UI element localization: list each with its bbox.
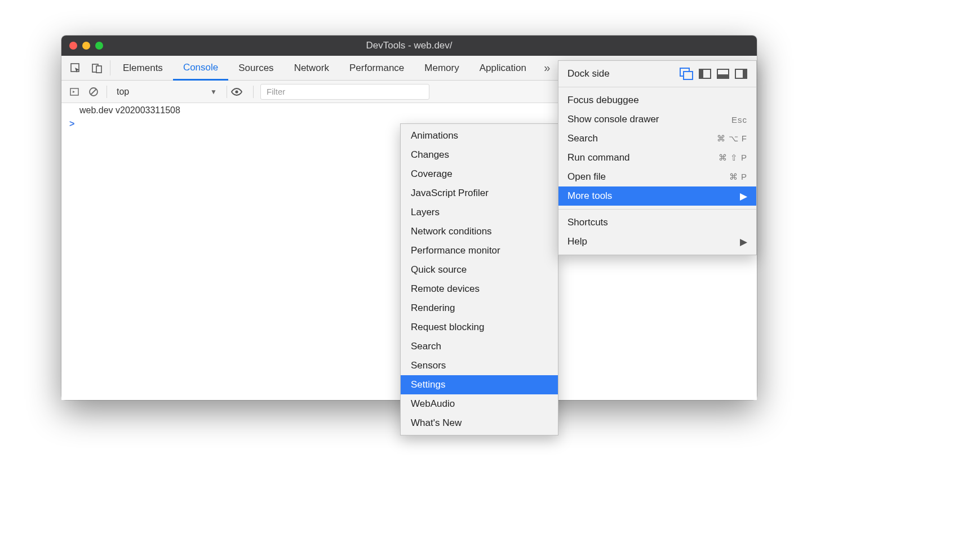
menu-item-label: Run command — [567, 152, 630, 163]
console-sidebar-toggle-icon[interactable] — [65, 87, 84, 97]
separator — [227, 86, 227, 98]
dock-right-icon[interactable] — [735, 69, 747, 79]
submenu-arrow-icon: ▶ — [740, 190, 747, 202]
dock-left-icon[interactable] — [699, 69, 711, 79]
menu-item-label: Help — [567, 236, 587, 247]
menu-item-focus-debuggee[interactable]: Focus debuggee — [558, 91, 756, 110]
svg-rect-2 — [96, 66, 101, 73]
window-title: DevTools - web.dev/ — [61, 40, 757, 51]
dock-side-label: Dock side — [567, 68, 610, 79]
separator — [110, 60, 110, 75]
menu-item-shortcuts[interactable]: Shortcuts — [558, 213, 756, 232]
dock-side-options — [681, 69, 747, 79]
submenu-item-changes[interactable]: Changes — [401, 145, 558, 165]
submenu-item-sensors[interactable]: Sensors — [401, 356, 558, 375]
more-tools-submenu: AnimationsChangesCoverageJavaScript Prof… — [400, 123, 558, 435]
dock-undock-icon[interactable] — [681, 69, 693, 79]
menu-item-show-console-drawer[interactable]: Show console drawerEsc — [558, 110, 756, 129]
traffic-lights — [69, 42, 103, 50]
submenu-item-webaudio[interactable]: WebAudio — [401, 394, 558, 414]
chevron-down-icon: ▼ — [210, 88, 217, 96]
zoom-window-button[interactable] — [95, 42, 103, 50]
submenu-item-remote-devices[interactable]: Remote devices — [401, 279, 558, 299]
submenu-item-animations[interactable]: Animations — [401, 126, 558, 145]
clear-console-icon[interactable] — [84, 87, 103, 97]
tab-application[interactable]: Application — [469, 56, 536, 80]
submenu-item-settings[interactable]: Settings — [401, 375, 558, 394]
menu-item-search[interactable]: Search⌘ ⌥ F — [558, 129, 756, 148]
separator — [253, 86, 254, 98]
menu-item-label: Search — [567, 133, 598, 144]
tab-performance[interactable]: Performance — [339, 56, 414, 80]
submenu-item-javascript-profiler[interactable]: JavaScript Profiler — [401, 184, 558, 203]
close-window-button[interactable] — [69, 42, 77, 50]
menu-item-label: Show console drawer — [567, 114, 659, 125]
submenu-item-search[interactable]: Search — [401, 337, 558, 356]
submenu-item-coverage[interactable]: Coverage — [401, 165, 558, 184]
menu-item-label: Open file — [567, 171, 606, 183]
menu-item-run-command[interactable]: Run command⌘ ⇧ P — [558, 148, 756, 167]
svg-point-9 — [235, 90, 238, 93]
device-toolbar-icon[interactable] — [86, 56, 108, 80]
tab-console[interactable]: Console — [173, 56, 228, 81]
menu-item-help[interactable]: Help▶ — [558, 232, 756, 251]
submenu-item-layers[interactable]: Layers — [401, 203, 558, 222]
menu-item-shortcut: ⌘ ⌥ F — [717, 134, 748, 144]
execution-context-select[interactable]: top ▼ — [110, 84, 223, 100]
submenu-item-network-conditions[interactable]: Network conditions — [401, 222, 558, 241]
live-expression-eye-icon[interactable] — [230, 87, 250, 96]
svg-line-8 — [91, 89, 96, 95]
titlebar: DevTools - web.dev/ — [61, 35, 757, 56]
tab-sources[interactable]: Sources — [228, 56, 283, 80]
tab-network[interactable]: Network — [284, 56, 339, 80]
menu-item-shortcut: ⌘ P — [729, 172, 747, 182]
submenu-item-performance-monitor[interactable]: Performance monitor — [401, 241, 558, 260]
submenu-item-rendering[interactable]: Rendering — [401, 299, 558, 318]
submenu-arrow-icon: ▶ — [740, 236, 747, 248]
devtools-window: DevTools - web.dev/ ElementsConsoleSourc… — [61, 35, 757, 400]
menu-item-open-file[interactable]: Open file⌘ P — [558, 167, 756, 186]
menu-item-more-tools[interactable]: More tools▶ — [558, 186, 756, 206]
submenu-item-request-blocking[interactable]: Request blocking — [401, 318, 558, 337]
minimize-window-button[interactable] — [82, 42, 90, 50]
tab-elements[interactable]: Elements — [113, 56, 173, 80]
context-label: top — [117, 87, 129, 97]
filter-input[interactable] — [260, 84, 429, 100]
inspect-element-icon[interactable] — [65, 56, 86, 80]
menu-item-label: Focus debuggee — [567, 95, 639, 106]
menu-item-label: More tools — [567, 190, 612, 202]
dock-bottom-icon[interactable] — [717, 69, 729, 79]
tab-memory[interactable]: Memory — [414, 56, 469, 80]
menu-item-shortcut: Esc — [731, 115, 747, 125]
submenu-item-what-s-new[interactable]: What's New — [401, 414, 558, 433]
menu-item-shortcut: ⌘ ⇧ P — [718, 153, 747, 163]
more-tabs-chevron-icon[interactable]: » — [536, 56, 558, 80]
main-menu: Dock side Focus debuggeeShow console dra… — [558, 60, 757, 255]
submenu-item-quick-source[interactable]: Quick source — [401, 260, 558, 279]
menu-item-label: Shortcuts — [567, 217, 608, 228]
dock-side-row: Dock side — [558, 61, 756, 87]
separator — [107, 86, 107, 98]
